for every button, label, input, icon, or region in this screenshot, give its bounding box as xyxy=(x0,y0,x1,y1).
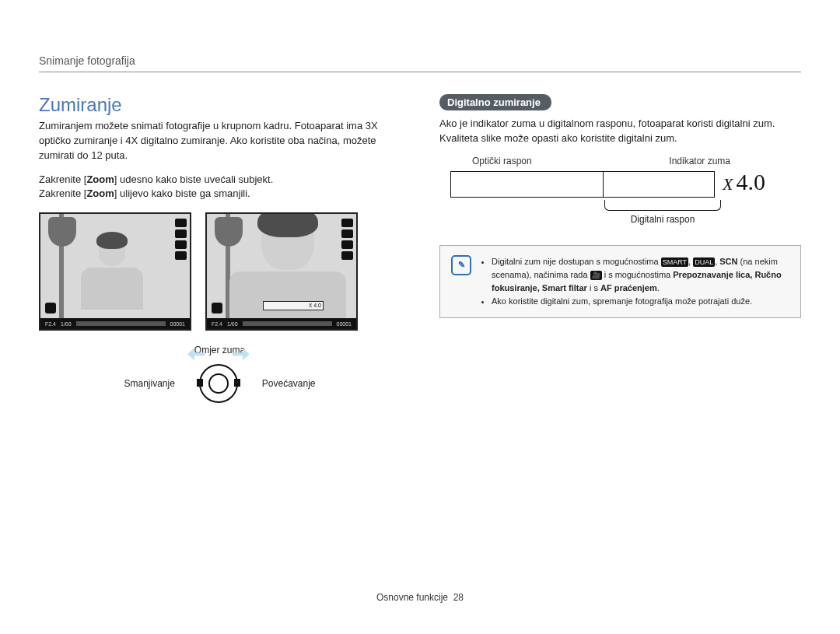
arrow-right-icon xyxy=(233,346,250,362)
note1-bold-af: AF praćenjem xyxy=(600,283,657,292)
instruction-text: Zakrenite [Zoom] udesno kako biste uveća… xyxy=(39,173,401,202)
zoom-decrease-label: Smanjivanje xyxy=(124,378,174,389)
zoom-range-bar xyxy=(450,171,715,198)
page-title: Zumiranje xyxy=(39,94,401,116)
preview-zoomed: X 4.0 F2.4 1/60 00001 xyxy=(205,212,358,331)
note1-e: i s xyxy=(590,283,600,292)
zoom-indicator-overlay: X 4.0 xyxy=(263,301,324,310)
dial-icon xyxy=(195,360,242,407)
content-columns: Zumiranje Zumiranjem možete snimati foto… xyxy=(39,94,801,407)
smart-mode-icon: SMART xyxy=(661,257,688,267)
zoom-value-number: 4.0 xyxy=(736,169,765,195)
instr1-prefix: Zakrenite [ xyxy=(39,173,86,185)
breadcrumb: Snimanje fotografija xyxy=(39,54,801,72)
digital-range-brace xyxy=(604,200,721,211)
optical-range-segment xyxy=(451,172,604,197)
optical-range-label: Optički raspon xyxy=(472,156,532,166)
instr2-prefix: Zakrenite [ xyxy=(39,187,86,199)
osd-bottom-strip: F2.4 1/60 00001 xyxy=(207,318,356,329)
note-item-2: Ako koristite digitalni zum, spremanje f… xyxy=(492,295,789,308)
frame-counter: 00001 xyxy=(170,321,185,327)
steady-icon xyxy=(212,303,222,313)
zoom-indicator-label: Indikator zuma xyxy=(669,156,730,166)
page-footer: Osnovne funkcije 28 xyxy=(0,592,840,603)
zoom-value-x: X xyxy=(723,174,733,194)
zoom-value-overlay: X 4.0 xyxy=(309,303,321,308)
osd-side-icons xyxy=(175,219,187,260)
note-list: Digitalni zum nije dostupan s mogućnosti… xyxy=(481,255,789,308)
osd-bottom-strip: F2.4 1/60 00001 xyxy=(40,318,190,329)
note1-d: i s mogućnostima xyxy=(604,270,674,279)
period: . xyxy=(657,283,660,292)
shutter-value: 1/60 xyxy=(227,321,238,327)
left-column: Zumiranje Zumiranjem možete snimati foto… xyxy=(39,94,401,407)
aperture-value: F2.4 xyxy=(45,321,56,327)
digital-zoom-heading: Digitalno zumiranje xyxy=(439,94,551,110)
shutter-value: 1/60 xyxy=(61,321,72,327)
aperture-value: F2.4 xyxy=(212,321,222,327)
zoom-dial xyxy=(195,360,242,407)
instr2-suffix: ] ulijevo kako biste ga smanjili. xyxy=(114,187,250,199)
preview-wide: F2.4 1/60 00001 xyxy=(39,212,191,331)
subject-figure-zoomed xyxy=(229,212,346,331)
note1-a: Digitalni zum nije dostupan s mogućnosti… xyxy=(492,257,661,266)
svg-point-1 xyxy=(209,374,228,393)
intro-text: Zumiranjem možete snimati fotografije u … xyxy=(39,119,401,163)
note-item-1: Digitalni zum nije dostupan s mogućnosti… xyxy=(492,255,789,295)
footer-section: Osnovne funkcije xyxy=(376,592,448,603)
arrow-left-icon xyxy=(187,346,205,362)
exposure-bar xyxy=(243,321,332,326)
right-column: Digitalno zumiranje Ako je indikator zum… xyxy=(439,94,801,407)
svg-point-0 xyxy=(200,365,237,402)
zoom-dial-row: Smanjivanje Povećavanje xyxy=(39,360,401,407)
zoom-increase-label: Povećavanje xyxy=(262,378,316,389)
zoom-value-display: X 4.0 xyxy=(723,169,765,195)
svg-rect-3 xyxy=(234,379,240,387)
digital-zoom-body: Ako je indikator zuma u digitalnom raspo… xyxy=(439,117,801,146)
camera-previews: F2.4 1/60 00001 X 4.0 xyxy=(39,212,401,331)
page-number: 28 xyxy=(453,592,464,603)
instr1-suffix: ] udesno kako biste uvećali subjekt. xyxy=(114,173,274,185)
frame-counter: 00001 xyxy=(337,321,352,327)
subject-figure xyxy=(81,235,143,313)
movie-mode-icon: 🎥 xyxy=(590,271,602,280)
osd-side-icons xyxy=(341,219,353,260)
steady-icon xyxy=(45,303,56,313)
exposure-bar xyxy=(76,321,166,326)
svg-rect-2 xyxy=(197,379,203,387)
zoom-keyword: Zoom xyxy=(86,173,114,185)
zoom-range-figure: Optički raspon Indikator zuma X 4.0 Digi… xyxy=(450,156,761,225)
note-icon: ✎ xyxy=(451,255,471,275)
note-box: ✎ Digitalni zum nije dostupan s mogućnos… xyxy=(439,245,801,318)
dual-mode-icon: DUAL xyxy=(693,257,715,267)
scn-label: SCN xyxy=(719,257,737,266)
digital-range-label: Digitalni raspon xyxy=(604,214,721,225)
zoom-keyword-2: Zoom xyxy=(86,187,114,199)
lamp-head-icon xyxy=(48,217,76,247)
